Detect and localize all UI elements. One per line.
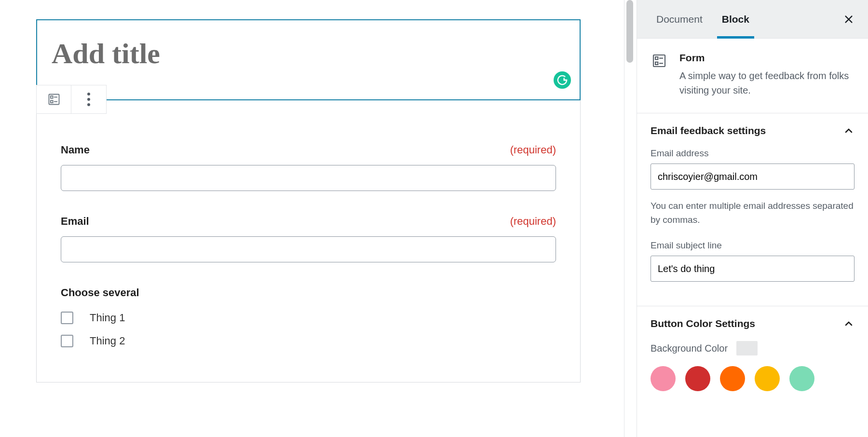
email-address-label: Email address	[651, 148, 854, 159]
name-input[interactable]	[61, 165, 556, 191]
email-input[interactable]	[61, 236, 556, 262]
post-title-input[interactable]: Add title	[52, 37, 565, 70]
svg-rect-3	[51, 100, 53, 103]
email-help-text: You can enter multiple email addresses s…	[651, 199, 854, 227]
block-toolbar	[36, 85, 107, 114]
block-title: Form	[679, 52, 854, 64]
grammarly-icon[interactable]	[554, 71, 571, 89]
panel-toggle[interactable]: Email feedback settings	[637, 113, 868, 148]
form-field-name: Name (required)	[61, 144, 556, 191]
choice-checkbox[interactable]	[61, 335, 73, 347]
color-swatch[interactable]	[651, 366, 676, 391]
app-root: Add title	[0, 0, 868, 437]
scrollbar-thumb[interactable]	[626, 0, 633, 63]
choice-checkbox[interactable]	[61, 312, 73, 324]
panel-title: Email feedback settings	[651, 125, 766, 137]
block-type-icon[interactable]	[37, 85, 71, 113]
background-color-label: Background Color	[651, 343, 728, 354]
chevron-up-icon	[843, 125, 854, 137]
svg-rect-8	[655, 57, 658, 59]
svg-rect-10	[655, 62, 658, 65]
sidebar-tabs: Document Block	[637, 0, 868, 39]
required-tag: (required)	[510, 215, 556, 228]
choice-label: Thing 1	[90, 312, 125, 324]
close-icon	[843, 14, 854, 25]
more-options-button[interactable]	[71, 85, 106, 113]
email-address-input[interactable]	[651, 164, 854, 190]
choice-label: Thing 2	[90, 335, 125, 347]
form-field-email: Email (required)	[61, 215, 556, 262]
button-color-panel: Button Color Settings Background Color	[637, 306, 868, 406]
subject-line-input[interactable]	[651, 256, 854, 282]
svg-rect-1	[51, 96, 53, 98]
choice-option[interactable]: Thing 1	[61, 312, 556, 324]
color-swatch[interactable]	[720, 366, 745, 391]
field-label: Choose several	[61, 287, 556, 299]
post-title-block[interactable]: Add title	[36, 19, 581, 100]
color-swatch[interactable]	[685, 366, 710, 391]
field-label: Name	[61, 144, 90, 156]
email-settings-panel: Email feedback settings Email address Yo…	[637, 113, 868, 306]
form-block[interactable]: Name (required) Email (required) Choose …	[36, 100, 581, 382]
field-label: Email	[61, 215, 89, 228]
form-field-choices: Choose several Thing 1 Thing 2	[61, 287, 556, 347]
close-sidebar-button[interactable]	[839, 10, 858, 29]
panel-toggle[interactable]: Button Color Settings	[637, 306, 868, 341]
color-swatches	[651, 366, 854, 391]
color-swatch[interactable]	[789, 366, 814, 391]
tab-document[interactable]: Document	[647, 0, 712, 38]
subject-line-label: Email subject line	[651, 240, 854, 251]
form-icon	[651, 52, 668, 69]
vertical-scrollbar[interactable]	[624, 0, 637, 437]
choice-option[interactable]: Thing 2	[61, 335, 556, 347]
color-swatch[interactable]	[755, 366, 780, 391]
block-description-panel: Form A simple way to get feedback from f…	[637, 39, 868, 113]
current-color-swatch[interactable]	[736, 341, 758, 355]
block-description: A simple way to get feedback from folks …	[679, 68, 854, 97]
settings-sidebar: Document Block	[637, 0, 868, 437]
required-tag: (required)	[510, 144, 556, 156]
more-vertical-icon	[87, 93, 90, 106]
panel-title: Button Color Settings	[651, 318, 755, 329]
tab-block[interactable]: Block	[712, 0, 759, 38]
chevron-up-icon	[843, 318, 854, 329]
editor-column: Add title	[0, 0, 624, 437]
